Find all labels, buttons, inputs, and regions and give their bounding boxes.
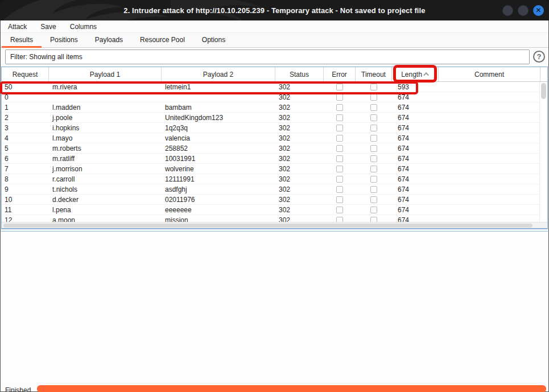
timeout-checkbox[interactable] [370,186,377,193]
table-row[interactable]: 3i.hopkins1q2q3q302674 [2,123,547,133]
request-cell: 10 [2,195,49,204]
tab-resource-pool[interactable]: Resource Pool [131,33,193,48]
error-checkbox[interactable] [336,114,343,121]
error-checkbox[interactable] [336,145,343,152]
close-button[interactable]: ✕ [533,5,544,16]
vertical-scrollbar-thumb[interactable] [541,83,546,99]
status-cell: 302 [275,195,324,204]
request-cell: 2 [2,113,49,122]
error-checkbox[interactable] [336,155,343,162]
timeout-checkbox[interactable] [370,166,377,172]
error-cell [324,133,356,143]
tab-options-label: Options [202,36,225,44]
table-row[interactable]: 12a.moonmission302674 [2,215,547,222]
column-header-label: Payload 2 [203,71,233,79]
length-cell: 674 [392,92,439,102]
table-row[interactable]: 5m.roberts258852302674 [2,143,547,154]
error-checkbox[interactable] [336,84,343,90]
column-header-comment[interactable]: Comment [439,67,540,81]
menu-attack[interactable]: Attack [8,23,27,31]
table-row[interactable]: 0302674 [2,92,547,102]
timeout-cell [356,133,392,143]
timeout-checkbox[interactable] [370,125,377,131]
status-cell: 302 [275,154,324,163]
error-checkbox[interactable] [336,196,343,203]
error-checkbox[interactable] [336,104,343,111]
column-header-label: Timeout [361,71,386,79]
request-cell: 12 [2,215,49,222]
attack-progress-bar [37,385,546,392]
error-checkbox[interactable] [336,186,343,193]
column-header-request[interactable]: Request [2,67,49,81]
payload1-cell: r.carroll [49,174,162,184]
column-header-payload-2[interactable]: Payload 2 [162,67,275,81]
column-header-status[interactable]: Status [275,67,324,81]
window-body: Attack Save Columns Results Positions Pa… [0,20,549,392]
table-row[interactable]: 7j.morrisonwolverine302674 [2,164,547,174]
table-row[interactable]: 4l.mayovalencia302674 [2,133,547,143]
error-checkbox[interactable] [336,207,343,213]
timeout-checkbox[interactable] [370,196,377,203]
error-cell [324,174,356,184]
error-checkbox[interactable] [336,166,343,172]
table-row[interactable]: 8r.carroll12111991302674 [2,174,547,184]
length-cell: 674 [392,102,439,112]
timeout-checkbox[interactable] [370,84,377,90]
timeout-cell [356,154,392,163]
timeout-checkbox[interactable] [370,94,377,101]
menu-save[interactable]: Save [40,23,56,31]
timeout-checkbox[interactable] [370,114,377,121]
length-cell: 674 [392,113,439,122]
timeout-checkbox[interactable] [370,135,377,142]
table-row[interactable]: 50m.riveraletmein1302593 [2,82,547,92]
request-cell: 11 [2,205,49,214]
payload1-cell: a.moon [49,215,162,222]
timeout-checkbox[interactable] [370,176,377,183]
horizontal-scrollbar-thumb[interactable] [3,224,533,228]
error-cell [324,215,356,222]
filter-row: Filter: Showing all items ? [1,48,548,67]
error-checkbox[interactable] [336,217,343,222]
payload1-cell [49,92,162,102]
payload1-cell: d.decker [49,195,162,204]
tab-positions[interactable]: Positions [42,33,86,48]
timeout-checkbox[interactable] [370,155,377,162]
menu-columns[interactable]: Columns [70,23,97,31]
table-row[interactable]: 6m.ratliff10031991302674 [2,154,547,164]
column-header-label: Request [13,71,38,79]
table-row[interactable]: 11l.penaeeeeeee302674 [2,205,547,215]
tab-options[interactable]: Options [193,33,234,48]
timeout-cell [356,123,392,133]
tab-payloads[interactable]: Payloads [86,33,131,48]
table-row[interactable]: 10d.decker02011976302674 [2,195,547,205]
vertical-scrollbar[interactable] [539,82,547,222]
error-checkbox[interactable] [336,176,343,183]
timeout-checkbox[interactable] [370,145,377,152]
error-checkbox[interactable] [336,125,343,131]
timeout-checkbox[interactable] [370,104,377,111]
horizontal-scrollbar[interactable] [2,222,547,228]
error-checkbox[interactable] [336,135,343,142]
table-row[interactable]: 9t.nicholsasdfghj302674 [2,184,547,195]
error-checkbox[interactable] [336,94,343,101]
column-header-length[interactable]: Length [392,67,439,81]
comment-cell [439,102,540,112]
results-table: RequestPayload 1Payload 2StatusErrorTime… [1,67,548,229]
timeout-checkbox[interactable] [370,217,377,222]
payload2-cell: letmein1 [162,82,275,92]
minimize-button[interactable] [502,5,513,16]
tab-results[interactable]: Results [2,33,42,48]
column-header-error[interactable]: Error [324,67,356,81]
title-bar[interactable]: 2. Intruder attack of http://10.10.205.2… [0,0,549,20]
table-row[interactable]: 1l.maddenbambam302674 [2,102,547,113]
filter-bar[interactable]: Filter: Showing all items [5,49,530,64]
length-cell: 674 [392,195,439,204]
request-cell: 5 [2,143,49,153]
table-row[interactable]: 2j.pooleUnitedKingdom123302674 [2,113,547,123]
column-header-payload-1[interactable]: Payload 1 [49,67,162,81]
help-button[interactable]: ? [533,51,545,63]
status-cell: 302 [275,92,324,102]
maximize-button[interactable] [518,5,529,16]
column-header-timeout[interactable]: Timeout [356,67,392,81]
timeout-checkbox[interactable] [370,207,377,213]
